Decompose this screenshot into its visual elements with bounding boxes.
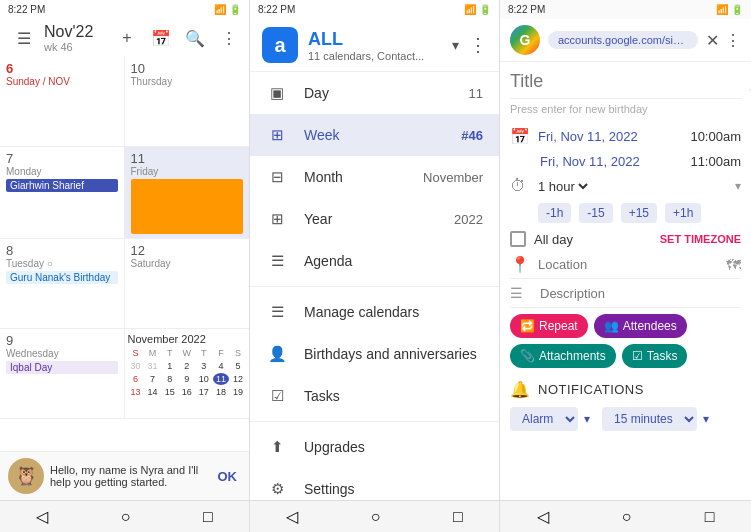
repeat-icon: 🔁: [520, 319, 535, 333]
add-event-button[interactable]: +: [115, 26, 139, 50]
small-cal-30[interactable]: 30: [128, 360, 144, 372]
small-cal-19[interactable]: 19: [230, 386, 246, 398]
adjust-minus-1h-button[interactable]: -1h: [538, 203, 571, 223]
small-cal-4[interactable]: 4: [213, 360, 229, 372]
nav-home-1[interactable]: ○: [121, 508, 131, 526]
status-icons-2: 📶 🔋: [464, 4, 491, 15]
small-cal-14[interactable]: 14: [145, 386, 161, 398]
day-label-monday: Monday: [6, 166, 118, 177]
event-end-date[interactable]: Fri, Nov 11, 2022: [540, 154, 640, 169]
alarm-minutes-arrow: ▾: [703, 412, 709, 426]
small-cal-6[interactable]: 6: [128, 373, 144, 385]
day-number-12: 12: [131, 243, 244, 258]
small-cal-header-t: T: [162, 347, 178, 359]
chat-ok-button[interactable]: OK: [214, 467, 242, 486]
event-chip-orange[interactable]: [131, 179, 244, 234]
nav-home-3[interactable]: ○: [622, 508, 632, 526]
small-cal-18[interactable]: 18: [213, 386, 229, 398]
menu-item-birthdays[interactable]: 👤 Birthdays and anniversaries: [250, 333, 499, 375]
menu-label-manage-cal: Manage calendars: [304, 304, 483, 320]
small-cal-7[interactable]: 7: [145, 373, 161, 385]
menu-title-group: ALL 11 calendars, Contact...: [308, 29, 424, 62]
day-cell-9[interactable]: 9 Wednesday Iqbal Day: [0, 329, 125, 418]
duration-arrow-icon: ▾: [735, 179, 741, 193]
browser-url-bar[interactable]: accounts.google.com/signin/v...: [548, 31, 698, 49]
small-cal-3[interactable]: 3: [196, 360, 212, 372]
event-chip-guru-nanak[interactable]: Guru Nanak's Birthday: [6, 271, 118, 284]
small-cal-8[interactable]: 8: [162, 373, 178, 385]
small-cal-17[interactable]: 17: [196, 386, 212, 398]
day-cell-8[interactable]: 8 Tuesday ○ Guru Nanak's Birthday: [0, 239, 125, 328]
search-icon[interactable]: 🔍: [183, 26, 207, 50]
small-cal-11-today[interactable]: 11: [213, 373, 229, 385]
day-cell-7[interactable]: 7 Monday Giarhwin Sharief: [0, 147, 125, 238]
allday-checkbox[interactable]: [510, 231, 526, 247]
menu-item-agenda[interactable]: ☰ Agenda: [250, 240, 499, 282]
menu-item-year[interactable]: ⊞ Year 2022: [250, 198, 499, 240]
repeat-button[interactable]: 🔁 Repeat: [510, 314, 588, 338]
calendar-icon[interactable]: 📅: [149, 26, 173, 50]
menu-arrow-icon[interactable]: ▾: [452, 37, 459, 53]
attachments-button[interactable]: 📎 Attachments: [510, 344, 616, 368]
event-start-date[interactable]: Fri, Nov 11, 2022: [538, 129, 638, 144]
nav-home-2[interactable]: ○: [371, 508, 381, 526]
tasks-button[interactable]: ☑ Tasks: [622, 344, 688, 368]
menu-icon[interactable]: ☰: [12, 26, 36, 50]
alarm-type-select[interactable]: Alarm: [510, 407, 578, 431]
small-cal-5[interactable]: 5: [230, 360, 246, 372]
close-tab-icon[interactable]: ✕: [706, 31, 719, 50]
duration-select[interactable]: 1 hour: [534, 178, 591, 195]
small-cal-15[interactable]: 15: [162, 386, 178, 398]
notifications-label: NOTIFICATIONS: [538, 382, 644, 397]
alarm-minutes-select[interactable]: 15 minutes: [602, 407, 697, 431]
small-cal-12[interactable]: 12: [230, 373, 246, 385]
adjust-plus-1h-button[interactable]: +1h: [665, 203, 701, 223]
event-chip-giarhwin[interactable]: Giarhwin Sharief: [6, 179, 118, 192]
toolbar-actions: ✕ ⋮: [706, 31, 741, 50]
menu-item-upgrades[interactable]: ⬆ Upgrades: [250, 426, 499, 468]
menu-item-month[interactable]: ⊟ Month November: [250, 156, 499, 198]
repeat-label: Repeat: [539, 319, 578, 333]
nav-back-2[interactable]: ◁: [286, 507, 298, 526]
google-icon: G: [510, 25, 540, 55]
attendees-button[interactable]: 👥 Attendees: [594, 314, 687, 338]
menu-item-week[interactable]: ⊞ Week #46: [250, 114, 499, 156]
set-timezone-button[interactable]: SET TIMEZONE: [660, 233, 741, 245]
small-cal-31[interactable]: 31: [145, 360, 161, 372]
menu-item-manage-calendars[interactable]: ☰ Manage calendars: [250, 291, 499, 333]
small-cal-1[interactable]: 1: [162, 360, 178, 372]
description-input[interactable]: [540, 286, 741, 301]
panel-calendar: 8:22 PM 📶 🔋 ☰ Nov'22 wk 46 + 📅 🔍 ⋮ 6 Sun…: [0, 0, 250, 532]
day-cell-6[interactable]: 6 Sunday / NOV: [0, 57, 125, 146]
adjust-plus-15-button[interactable]: +15: [621, 203, 657, 223]
day-cell-11[interactable]: 11 Friday: [125, 147, 250, 238]
menu-item-tasks[interactable]: ☑ Tasks: [250, 375, 499, 417]
menu-item-settings[interactable]: ⚙ Settings: [250, 468, 499, 500]
menu-divider-2: [250, 421, 499, 422]
event-title-input[interactable]: [510, 71, 742, 92]
more-icon[interactable]: ⋮: [725, 31, 741, 50]
location-input[interactable]: [538, 257, 718, 272]
small-cal-10[interactable]: 10: [196, 373, 212, 385]
nav-recents-2[interactable]: □: [453, 508, 463, 526]
nav-back-3[interactable]: ◁: [537, 507, 549, 526]
small-cal-13[interactable]: 13: [128, 386, 144, 398]
event-title-row: 👤: [510, 70, 741, 99]
event-duration-row: ⏱ 1 hour ▾: [510, 173, 741, 199]
event-start-time[interactable]: 10:00am: [690, 129, 741, 144]
small-cal-2[interactable]: 2: [179, 360, 195, 372]
day-cell-12[interactable]: 12 Saturday: [125, 239, 250, 328]
menu-more-icon[interactable]: ⋮: [469, 34, 487, 56]
nav-back-1[interactable]: ◁: [36, 507, 48, 526]
desc-icon: ☰: [510, 285, 532, 301]
event-end-time[interactable]: 11:00am: [690, 154, 741, 169]
menu-item-day[interactable]: ▣ Day 11: [250, 72, 499, 114]
nav-recents-1[interactable]: □: [203, 508, 213, 526]
more-options-icon[interactable]: ⋮: [217, 26, 241, 50]
small-cal-16[interactable]: 16: [179, 386, 195, 398]
day-cell-10[interactable]: 10 Thursday: [125, 57, 250, 146]
adjust-minus-15-button[interactable]: -15: [579, 203, 612, 223]
small-cal-9[interactable]: 9: [179, 373, 195, 385]
event-chip-iqbal[interactable]: Iqbal Day: [6, 361, 118, 374]
nav-recents-3[interactable]: □: [705, 508, 715, 526]
